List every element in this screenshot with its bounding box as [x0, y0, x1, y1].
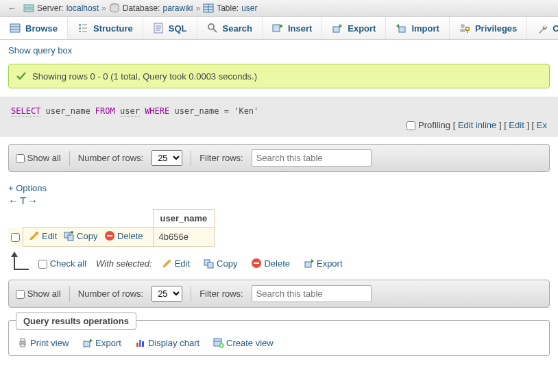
- edit-sql-link[interactable]: Edit: [509, 120, 524, 130]
- browse-icon: [10, 23, 21, 34]
- num-rows-select[interactable]: 25: [151, 150, 182, 166]
- edit-inline-link[interactable]: Edit inline: [458, 120, 496, 130]
- svg-rect-22: [273, 25, 280, 32]
- row-checkbox[interactable]: [11, 233, 20, 242]
- sql-icon: [153, 23, 164, 34]
- row-edit-link[interactable]: Edit: [29, 230, 57, 241]
- results-table: user_name Edit Copy Delete 4b656e: [8, 209, 215, 247]
- svg-rect-32: [68, 235, 73, 241]
- tab-insert[interactable]: Insert: [263, 17, 322, 39]
- tab-privileges[interactable]: Privileges: [450, 17, 527, 39]
- svg-rect-48: [142, 341, 144, 347]
- server-label: Server:: [37, 3, 64, 13]
- explain-sql-link[interactable]: Ex: [537, 120, 547, 130]
- export-icon: [82, 337, 93, 348]
- bulk-copy-link[interactable]: Copy: [204, 258, 237, 269]
- check-all-checkbox[interactable]: [38, 260, 47, 269]
- breadcrumb-table-link[interactable]: user: [241, 3, 257, 13]
- print-icon: [17, 337, 28, 348]
- num-rows-select-bottom[interactable]: 25: [151, 286, 182, 302]
- privileges-icon: [459, 23, 470, 34]
- bulk-edit-link[interactable]: Edit: [162, 258, 190, 269]
- tab-browse[interactable]: Browse: [0, 17, 68, 39]
- tab-search-label: Search: [223, 23, 252, 34]
- success-message: Showing rows 0 - 0 (1 total, Query took …: [8, 64, 550, 88]
- pencil-icon: [162, 258, 173, 269]
- show-all-checkbox[interactable]: [16, 154, 25, 163]
- tab-bar: Browse Structure SQL Search Insert Expor…: [0, 17, 558, 40]
- server-icon: [23, 3, 34, 14]
- tab-operations[interactable]: Opera: [527, 17, 558, 39]
- svg-rect-11: [79, 27, 81, 29]
- delete-icon: [251, 258, 262, 269]
- show-all-group[interactable]: Show all: [16, 153, 61, 163]
- svg-rect-41: [305, 262, 311, 267]
- show-all-checkbox-bottom[interactable]: [16, 290, 25, 299]
- up-arrow-icon: [14, 256, 29, 270]
- show-all-label: Show all: [27, 153, 61, 163]
- export-icon: [332, 23, 343, 34]
- bulk-export-link[interactable]: Export: [304, 258, 343, 269]
- create-view-icon: [213, 337, 224, 348]
- svg-rect-12: [79, 31, 81, 32]
- svg-point-29: [465, 27, 469, 31]
- chart-icon: [135, 337, 146, 348]
- filter-rows-label-bottom: Filter rows:: [199, 289, 243, 299]
- num-rows-label-bottom: Number of rows:: [78, 289, 143, 299]
- breadcrumb-server-link[interactable]: localhost: [66, 3, 99, 13]
- table-icon: [203, 3, 214, 14]
- tab-export[interactable]: Export: [322, 17, 386, 39]
- create-view-link[interactable]: Create view: [213, 337, 274, 348]
- tab-import-label: Import: [411, 23, 439, 34]
- copy-icon: [204, 258, 215, 269]
- export-icon: [304, 258, 315, 269]
- sql-query-box: SELECT user_name FROM user WHERE user_na…: [0, 97, 558, 137]
- sql-query-text: SELECT user_name FROM user WHERE user_na…: [11, 106, 547, 116]
- num-rows-label: Number of rows:: [78, 153, 143, 163]
- tab-import[interactable]: Import: [386, 17, 449, 39]
- filter-rows-input-bottom[interactable]: [252, 285, 372, 302]
- svg-rect-47: [139, 340, 141, 347]
- breadcrumb: ← Server: localhost » Database: parawiki…: [0, 0, 558, 17]
- check-all-group[interactable]: Check all: [38, 258, 86, 269]
- tab-structure[interactable]: Structure: [68, 17, 143, 39]
- svg-rect-1: [24, 9, 34, 12]
- show-query-box-link[interactable]: Show query box: [8, 45, 72, 56]
- print-view-link[interactable]: Print view: [17, 337, 69, 348]
- structure-icon: [77, 23, 88, 34]
- svg-rect-10: [79, 24, 81, 26]
- ops-export-link[interactable]: Export: [82, 337, 121, 348]
- column-header-user-name[interactable]: user_name: [153, 210, 215, 228]
- tab-search[interactable]: Search: [197, 17, 263, 39]
- row-delete-link[interactable]: Delete: [104, 230, 143, 241]
- bulk-delete-link[interactable]: Delete: [251, 258, 290, 269]
- svg-rect-36: [107, 235, 112, 236]
- tab-sql[interactable]: SQL: [143, 17, 197, 39]
- table-label: Table:: [217, 3, 239, 13]
- filter-rows-input[interactable]: [252, 149, 372, 167]
- tab-privileges-label: Privileges: [475, 23, 517, 34]
- svg-point-27: [461, 24, 465, 28]
- import-icon: [396, 23, 407, 34]
- results-navbar-top: Show all Number of rows: 25 Filter rows:: [8, 144, 550, 172]
- options-toggle[interactable]: + Options: [8, 183, 47, 193]
- success-text: Showing rows 0 - 0 (1 total, Query took …: [32, 71, 257, 82]
- svg-rect-40: [254, 262, 259, 264]
- table-row: Edit Copy Delete 4b656e: [8, 228, 215, 247]
- display-chart-link[interactable]: Display chart: [135, 337, 199, 348]
- profiling-label: Profiling: [418, 120, 450, 130]
- svg-rect-7: [10, 24, 20, 32]
- show-all-group-bottom[interactable]: Show all: [16, 289, 61, 299]
- breadcrumb-db-link[interactable]: parawiki: [162, 3, 193, 13]
- svg-line-21: [213, 29, 217, 32]
- show-all-label-bottom: Show all: [27, 289, 61, 299]
- operations-icon: [537, 23, 548, 34]
- sort-direction-controls[interactable]: ←T→: [8, 195, 550, 206]
- nav-back-button[interactable]: ←: [4, 3, 21, 13]
- svg-rect-46: [136, 343, 138, 347]
- row-copy-link[interactable]: Copy: [64, 230, 97, 241]
- profiling-checkbox[interactable]: [407, 121, 415, 130]
- with-selected-label: With selected:: [96, 258, 152, 269]
- success-icon: [16, 71, 27, 82]
- check-all-label[interactable]: Check all: [50, 258, 86, 269]
